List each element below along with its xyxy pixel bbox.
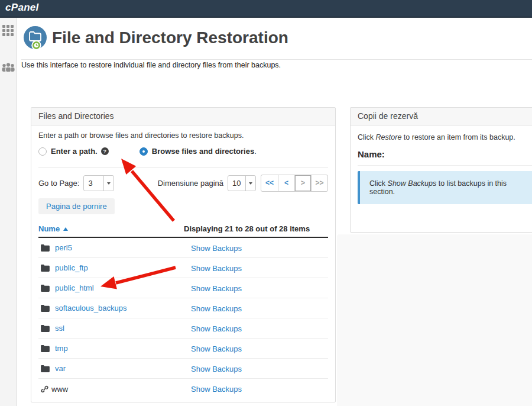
displaying-count-text: Displaying 21 to 28 out of 28 items xyxy=(184,224,328,233)
goto-page-label: Go to Page: xyxy=(38,179,79,188)
dropdown-caret-icon xyxy=(245,176,255,191)
name-header-label: Nume xyxy=(38,224,60,233)
last-page-button[interactable]: >> xyxy=(311,175,327,191)
folder-icon xyxy=(41,265,50,272)
previous-page-button[interactable]: < xyxy=(278,175,294,191)
enter-path-radio[interactable] xyxy=(38,147,47,156)
table-row: ssl Show Backups xyxy=(38,318,328,339)
sort-ascending-icon xyxy=(63,227,68,231)
page: cPanel xyxy=(0,0,532,406)
show-backups-link[interactable]: Show Backups xyxy=(191,284,242,293)
background-region xyxy=(337,234,532,406)
table-row: www Show Backups xyxy=(38,379,328,399)
symlink-icon xyxy=(41,385,48,393)
directory-link[interactable]: public_html xyxy=(55,283,94,292)
panel-title: Files and Directories xyxy=(31,108,335,125)
section-divider xyxy=(358,165,532,166)
info-text-part: Click xyxy=(369,179,388,188)
info-show-backups-emphasis: Show Backups xyxy=(388,179,437,188)
name-column-header[interactable]: Nume xyxy=(38,224,184,233)
browse-files-period: . xyxy=(254,147,257,156)
next-page-button[interactable]: > xyxy=(294,175,311,191)
folder-icon xyxy=(41,345,50,352)
enter-path-label[interactable]: Enter a path. xyxy=(51,147,98,156)
restore-clock-badge-icon xyxy=(31,40,41,53)
files-and-directories-panel: Files and Directories Enter a path or br… xyxy=(31,107,336,402)
folder-icon xyxy=(41,244,50,252)
apps-grid-icon[interactable] xyxy=(2,25,14,36)
directory-link[interactable]: public_ftp xyxy=(55,263,88,272)
intro-text-part: to restore an item from its backup. xyxy=(401,133,515,141)
show-backups-link[interactable]: Show Backups xyxy=(191,264,242,273)
first-page-button[interactable]: << xyxy=(261,175,278,191)
directory-link[interactable]: tmp xyxy=(55,344,68,353)
question-circle-icon[interactable]: ? xyxy=(101,147,109,155)
table-row: public_ftp Show Backups xyxy=(38,258,328,278)
directory-link[interactable]: perl5 xyxy=(55,243,72,252)
backups-panel: Copii de rezervă Click Restore to restor… xyxy=(350,107,532,233)
show-backups-link[interactable]: Show Backups xyxy=(191,385,242,394)
name-field-label: Name: xyxy=(358,149,532,159)
browse-files-radio[interactable] xyxy=(140,147,148,156)
restoration-app-icon xyxy=(24,26,47,49)
cpanel-logo[interactable]: cPanel xyxy=(5,2,39,14)
directory-link[interactable]: var xyxy=(55,364,66,373)
goto-page-value: 3 xyxy=(84,176,103,191)
page-size-label: Dimensiune pagină xyxy=(158,179,223,188)
pager-button-group: << < > >> xyxy=(261,175,328,192)
page-subtitle: Use this interface to restore individual… xyxy=(21,61,281,69)
show-backups-link[interactable]: Show Backups xyxy=(191,365,242,373)
info-callout: Click Show Backups to list backups in th… xyxy=(358,171,532,204)
table-row: var Show Backups xyxy=(38,359,328,379)
panel-intro-text: Enter a path or browse files and directo… xyxy=(38,131,328,140)
first-page-home-button[interactable]: Pagina de pornire xyxy=(38,198,115,214)
dropdown-caret-icon xyxy=(103,176,113,191)
goto-page-select[interactable]: 3 xyxy=(83,175,114,191)
page-title: File and Directory Restoration xyxy=(52,28,288,47)
browse-files-label[interactable]: Browse files and directories xyxy=(152,147,254,156)
intro-text-part: Click xyxy=(358,133,376,141)
table-row: tmp Show Backups xyxy=(38,339,328,359)
directory-link: www xyxy=(51,385,68,394)
panel-title: Copii de rezervă xyxy=(351,108,532,125)
backups-intro-text: Click Restore to restore an item from it… xyxy=(358,133,532,141)
show-backups-link[interactable]: Show Backups xyxy=(191,344,242,353)
table-row: perl5 Show Backups xyxy=(38,238,328,258)
table-row: public_html Show Backups xyxy=(38,278,328,298)
page-size-value: 10 xyxy=(228,176,245,191)
folder-icon xyxy=(41,325,50,332)
show-backups-link[interactable]: Show Backups xyxy=(191,324,242,333)
table-row: softaculous_backups Show Backups xyxy=(38,298,328,318)
folder-icon xyxy=(41,285,50,292)
file-table-body: perl5 Show Backups public xyxy=(38,238,328,399)
title-divider xyxy=(21,59,532,60)
left-sidebar xyxy=(0,18,17,406)
show-backups-link[interactable]: Show Backups xyxy=(191,244,242,253)
table-header-row: Nume Displaying 21 to 28 out of 28 items xyxy=(38,224,328,238)
top-navigation-bar: cPanel xyxy=(0,0,532,18)
directory-link[interactable]: ssl xyxy=(55,324,64,333)
folder-icon xyxy=(41,305,50,312)
restore-mode-radios: Enter a path. ? Browse files and directo… xyxy=(38,147,328,156)
folder-icon xyxy=(41,365,50,372)
user-groups-icon[interactable] xyxy=(1,63,15,75)
intro-restore-emphasis: Restore xyxy=(376,133,402,141)
page-size-select[interactable]: 10 xyxy=(228,175,256,191)
directory-link[interactable]: softaculous_backups xyxy=(55,304,126,312)
show-backups-link[interactable]: Show Backups xyxy=(191,304,242,313)
pagination-controls: Go to Page: 3 Dimensiune pagină 10 << < xyxy=(38,175,328,192)
section-divider xyxy=(38,167,328,168)
